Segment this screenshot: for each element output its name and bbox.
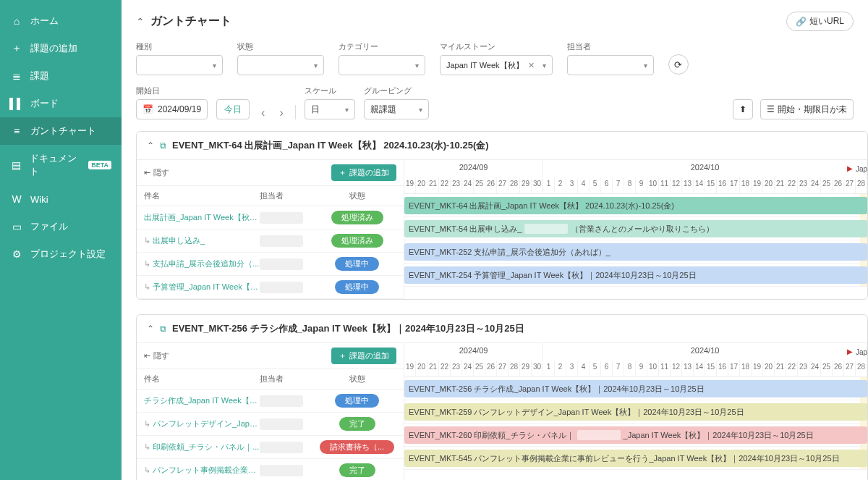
day-cell: 23 [798,177,809,193]
separator [295,105,296,119]
sidebar-item-5[interactable]: ▤ドキュメントBETA [0,145,122,185]
today-button[interactable]: 今日 [216,99,250,119]
sidebar-label: 課題の追加 [30,42,77,55]
add-task-button[interactable]: ＋課題の追加 [331,164,396,181]
task-row: 出展申し込み_ 処理済み [137,230,404,253]
sidebar-item-0[interactable]: ⌂ホーム [0,7,122,35]
milestone-flag-icon: ▶ [847,348,853,355]
hide-button[interactable]: ⇤隠す [144,350,169,361]
gantt-bar[interactable]: EVENT_MKT-64 出展計画_Japan IT Week【秋】 2024.… [404,197,867,214]
task-row: パンフレット事例掲載企業に... 完了 [137,459,404,480]
next-button[interactable]: › [276,106,286,119]
task-subject[interactable]: 印刷依頼_チラシ・パネル｜... [144,442,260,452]
day-cell: 25 [474,361,485,376]
tree-icon: ⧉ [160,324,166,334]
day-cell: 21 [427,361,439,376]
task-status: 完了 [318,417,396,431]
gantt-bar[interactable]: EVENT_MKT-260 印刷依頼_チラシ・パネル｜_Japan IT Wee… [404,426,867,444]
task-assignee [260,258,318,270]
task-subject[interactable]: 出展計画_Japan IT Week【秋】... [144,212,260,223]
task-subject[interactable]: パンフレットデザイン_Japan... [144,418,260,429]
day-cell: 24 [462,361,474,376]
refresh-button[interactable]: ⟳ [668,54,689,75]
gantt-bar[interactable]: EVENT_MKT-259 パンフレットデザイン_Japan IT Week【秋… [404,403,867,421]
calendar-icon: 📅 [142,104,153,114]
add-task-button[interactable]: ＋課題の追加 [331,348,396,364]
sidebar-item-8[interactable]: ⚙プロジェクト設定 [0,240,122,268]
task-subject[interactable]: 支払申請_展示会後追加分（... [144,258,260,269]
task-assignee [260,395,318,407]
col-subject: 件名 [144,190,260,201]
gantt-bar[interactable]: EVENT_MKT-254 予算管理_Japan IT Week【秋】｜2024… [404,266,867,284]
sidebar-label: ガントチャート [30,125,96,138]
close-icon[interactable]: ✕ [528,61,535,70]
gantt-bar[interactable]: EVENT_MKT-252 支払申請_展示会後追加分（あれば）_ [404,243,867,261]
col-status: 状態 [318,374,396,384]
task-subject[interactable]: チラシ作成_Japan IT Week【秋... [144,395,260,406]
beta-badge: BETA [88,161,111,169]
start-date-input[interactable]: 📅 2024/09/19 [136,99,208,119]
sidebar-item-4[interactable]: ≡ガントチャート [0,117,122,145]
col-subject: 件名 [144,374,260,384]
gantt-row: EVENT_MKT-256 チラシ作成_Japan IT Week【秋】｜202… [404,377,867,400]
sidebar-item-1[interactable]: ＋課題の追加 [0,35,122,62]
gantt-bar[interactable]: EVENT_MKT-545 パンフレット事例掲載企業に事前レビューを行う_Jap… [404,450,867,467]
day-cell: 12 [671,177,682,193]
collapse-icon[interactable]: ⌃ [136,16,145,28]
day-cell: 23 [451,361,462,376]
sidebar-icon: ⚙ [10,248,23,261]
category-select[interactable] [339,55,425,75]
gantt-bar[interactable]: EVENT_MKT-256 チラシ作成_Japan IT Week【秋】｜202… [404,380,867,397]
sidebar-label: プロジェクト設定 [30,248,106,261]
hide-button[interactable]: ⇤隠す [144,167,169,178]
short-url-button[interactable]: 🔗 短いURL [786,12,854,31]
day-cell: 12 [671,361,682,376]
day-cell: 15 [705,361,717,376]
sidebar-label: 課題 [30,70,49,83]
chevron-down-icon[interactable]: ⌃ [147,140,154,151]
date-range-label: 開始・期限日が未 [778,104,847,116]
task-status: 処理中 [318,394,396,408]
grouping-select[interactable]: 親課題 [364,99,429,119]
sidebar-label: Wiki [30,194,48,205]
gantt-bar[interactable]: EVENT_MKT-54 出展申し込み_（営業さんとのメールやり取りこちら） [404,220,867,237]
milestone-label: マイルストーン [440,41,553,52]
task-row: チラシ作成_Japan IT Week【秋... 処理中 [137,390,404,413]
gantt-row: EVENT_MKT-260 印刷依頼_チラシ・パネル｜_Japan IT Wee… [404,424,867,447]
day-cell: 20 [416,177,427,193]
task-row: 出展計画_Japan IT Week【秋】... 処理済み [137,206,404,230]
day-cell: 29 [520,177,532,193]
task-status: 完了 [318,463,396,477]
month-label: 2024/10 [543,160,867,177]
date-range-button[interactable]: ☰ 開始・期限日が未 [760,99,854,119]
milestone-select[interactable]: Japan IT Week【秋】 ✕ [440,55,553,75]
gantt-group-2: ⌃ ⧉ EVENT_MKT-256 チラシ作成_Japan IT Week【秋】… [136,314,868,480]
status-select[interactable] [237,55,324,75]
task-subject[interactable]: 予算管理_Japan IT Week【秋... [144,282,260,292]
task-subject[interactable]: パンフレット事例掲載企業に... [144,465,260,476]
sidebar-item-3[interactable]: ▌▌ボード [0,90,122,117]
sidebar-item-2[interactable]: ≣課題 [0,62,122,90]
chevron-down-icon[interactable]: ⌃ [147,324,154,334]
task-subject[interactable]: 出展申し込み_ [144,235,260,246]
day-cell: 19 [752,361,763,376]
sidebar: ⌂ホーム＋課題の追加≣課題▌▌ボード≡ガントチャート▤ドキュメントBETAWWi… [0,0,122,480]
task-assignee [260,465,318,476]
scale-select[interactable]: 日 [305,99,355,119]
group-title: EVENT_MKT-256 チラシ作成_Japan IT Week【秋】｜202… [172,322,524,335]
status-label: 状態 [237,41,324,52]
type-select[interactable] [136,55,223,75]
milestone-flag-label: Japan IT Week【秋 [856,348,867,358]
assignee-select[interactable] [567,55,654,75]
gantt-row: EVENT_MKT-259 パンフレットデザイン_Japan IT Week【秋… [404,400,867,424]
export-button[interactable]: ⬆ [733,99,753,119]
prev-button[interactable]: ‹ [258,106,268,119]
group-title: EVENT_MKT-64 出展計画_Japan IT Week【秋】 2024.… [172,139,489,152]
day-cell: 14 [694,177,705,193]
sidebar-item-6[interactable]: WWiki [0,185,122,213]
sidebar-item-7[interactable]: ▭ファイル [0,213,122,240]
task-status: 処理済み [318,211,396,224]
gantt-row: EVENT_MKT-252 支払申請_展示会後追加分（あれば）_ [404,240,867,264]
day-cell: 22 [439,177,451,193]
day-cell: 19 [404,361,416,376]
